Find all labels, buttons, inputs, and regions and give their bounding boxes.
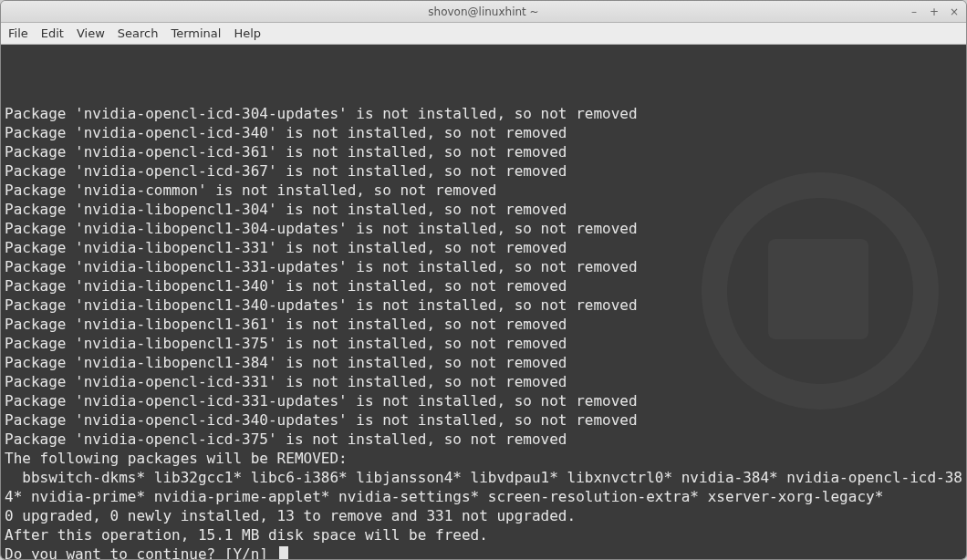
menu-edit[interactable]: Edit	[41, 26, 64, 40]
close-button[interactable]: ×	[948, 5, 961, 18]
menu-help[interactable]: Help	[234, 26, 261, 40]
window-title: shovon@linuxhint ~	[1, 5, 966, 18]
maximize-button[interactable]: +	[928, 5, 941, 18]
minimize-button[interactable]: –	[908, 5, 920, 18]
menu-search[interactable]: Search	[118, 26, 159, 40]
menu-file[interactable]: File	[8, 26, 28, 40]
titlebar: shovon@linuxhint ~ – + ×	[1, 1, 966, 23]
apt-continue-prompt: Do you want to continue? [Y/n]	[5, 545, 277, 559]
terminal[interactable]: Package 'nvidia-opencl-icd-304-updates' …	[1, 45, 966, 559]
terminal-output: Package 'nvidia-opencl-icd-304-updates' …	[5, 104, 962, 559]
menu-view[interactable]: View	[77, 26, 105, 40]
menubar: File Edit View Search Terminal Help	[1, 23, 966, 45]
menu-terminal[interactable]: Terminal	[171, 26, 221, 40]
terminal-cursor	[279, 546, 288, 559]
window-controls: – + ×	[908, 5, 961, 18]
